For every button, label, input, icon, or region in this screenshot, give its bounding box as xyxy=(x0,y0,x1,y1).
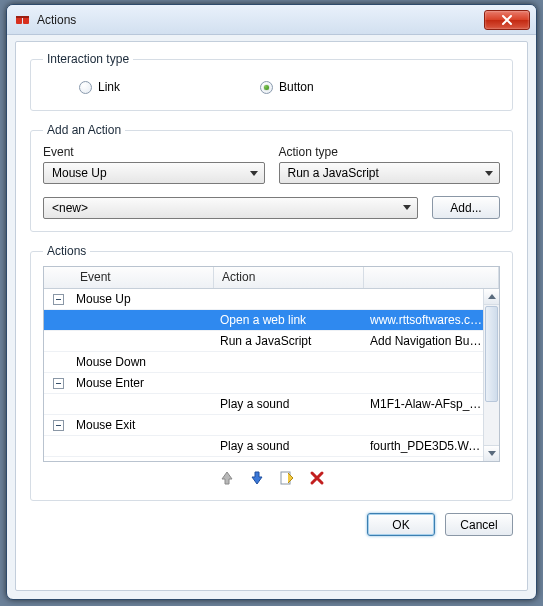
triangle-up-icon xyxy=(488,294,496,299)
table-row[interactable]: Run a JavaScriptAdd Navigation Butto... xyxy=(44,331,483,352)
cell-event: Mouse Enter xyxy=(72,376,214,390)
table-row[interactable]: Play a soundfourth_PDE3D5.WAV xyxy=(44,436,483,457)
titlebar[interactable]: Actions xyxy=(7,5,536,35)
dropdown-preset-value: <new> xyxy=(52,201,88,215)
scroll-track[interactable] xyxy=(484,403,499,445)
header-value[interactable] xyxy=(364,267,499,288)
radio-link-label: Link xyxy=(98,80,120,94)
app-icon xyxy=(15,12,31,28)
ok-button-label: OK xyxy=(392,518,409,532)
label-action-type: Action type xyxy=(279,145,501,159)
chevron-down-icon xyxy=(250,171,258,176)
legend-interaction-type: Interaction type xyxy=(43,52,133,66)
svg-rect-2 xyxy=(16,16,29,18)
edit-button[interactable] xyxy=(279,470,295,486)
cell-action: Play a sound xyxy=(214,397,364,411)
cell-action: Play a sound xyxy=(214,439,364,453)
radio-link[interactable]: Link xyxy=(79,80,120,94)
preset-row: <new> Add... xyxy=(43,196,500,219)
tree-toggle[interactable] xyxy=(44,420,72,431)
collapse-icon xyxy=(53,420,64,431)
radio-indicator xyxy=(79,81,92,94)
table-row[interactable]: Mouse Enter xyxy=(44,373,483,394)
move-down-button[interactable] xyxy=(249,470,265,486)
cell-event: Mouse Up xyxy=(72,292,214,306)
dropdown-event[interactable]: Mouse Up xyxy=(43,162,265,184)
scroll-up-button[interactable] xyxy=(484,289,499,305)
tree-toggle[interactable] xyxy=(44,378,72,389)
delete-button[interactable] xyxy=(309,470,325,486)
grid-header: Event Action xyxy=(44,267,499,289)
radio-button-label: Button xyxy=(279,80,314,94)
table-row[interactable]: Mouse Exit xyxy=(44,415,483,436)
dialog-window: Actions Interaction type Link Button Add… xyxy=(6,4,537,600)
scroll-down-button[interactable] xyxy=(484,445,499,461)
field-row: Event Mouse Up Action type Run a JavaScr… xyxy=(43,145,500,184)
legend-add-action: Add an Action xyxy=(43,123,125,137)
table-row[interactable]: Mouse Up xyxy=(44,289,483,310)
dialog-client: Interaction type Link Button Add an Acti… xyxy=(15,41,528,591)
add-button[interactable]: Add... xyxy=(432,196,500,219)
collapse-icon xyxy=(53,378,64,389)
table-row[interactable]: Open a web linkwww.rttsoftwares.com xyxy=(44,310,483,331)
actions-grid: Event Action Mouse UpOpen a web linkwww.… xyxy=(43,266,500,462)
dropdown-preset[interactable]: <new> xyxy=(43,197,418,219)
ok-button[interactable]: OK xyxy=(367,513,435,536)
cell-value: fourth_PDE3D5.WAV xyxy=(364,439,483,453)
dropdown-event-value: Mouse Up xyxy=(52,166,107,180)
radio-indicator xyxy=(260,81,273,94)
cell-action: Run a JavaScript xyxy=(214,334,364,348)
grid-body: Mouse UpOpen a web linkwww.rttsoftwares.… xyxy=(44,289,483,461)
group-actions: Actions Event Action Mouse UpOpen a web … xyxy=(30,244,513,501)
header-event[interactable]: Event xyxy=(72,267,214,288)
header-action[interactable]: Action xyxy=(214,267,364,288)
cell-value: M1F1-Alaw-AFsp_PDE... xyxy=(364,397,483,411)
cell-value: www.rttsoftwares.com xyxy=(364,313,483,327)
vertical-scrollbar[interactable] xyxy=(483,289,499,461)
cancel-button[interactable]: Cancel xyxy=(445,513,513,536)
radio-button[interactable]: Button xyxy=(260,80,314,94)
add-button-label: Add... xyxy=(450,201,481,215)
group-add-action: Add an Action Event Mouse Up Action type… xyxy=(30,123,513,232)
group-interaction-type: Interaction type Link Button xyxy=(30,52,513,111)
cell-value: Add Navigation Butto... xyxy=(364,334,483,348)
header-tree[interactable] xyxy=(44,267,72,288)
cell-action: Open a web link xyxy=(214,313,364,327)
dropdown-action-type-value: Run a JavaScript xyxy=(288,166,379,180)
field-event: Event Mouse Up xyxy=(43,145,265,184)
tree-toggle[interactable] xyxy=(44,294,72,305)
window-title: Actions xyxy=(37,13,484,27)
table-row[interactable]: Play a soundM1F1-Alaw-AFsp_PDE... xyxy=(44,394,483,415)
close-button[interactable] xyxy=(484,10,530,30)
actions-toolbar xyxy=(43,462,500,488)
label-event: Event xyxy=(43,145,265,159)
table-row[interactable]: Mouse Down xyxy=(44,352,483,373)
collapse-icon xyxy=(53,294,64,305)
chevron-down-icon xyxy=(403,205,411,210)
field-action-type: Action type Run a JavaScript xyxy=(279,145,501,184)
legend-actions: Actions xyxy=(43,244,90,258)
cell-event: Mouse Down xyxy=(72,355,214,369)
triangle-down-icon xyxy=(488,451,496,456)
chevron-down-icon xyxy=(485,171,493,176)
cell-event: Mouse Exit xyxy=(72,418,214,432)
move-up-button[interactable] xyxy=(219,470,235,486)
dropdown-action-type[interactable]: Run a JavaScript xyxy=(279,162,501,184)
scroll-thumb[interactable] xyxy=(485,306,498,402)
cancel-button-label: Cancel xyxy=(460,518,497,532)
radio-row: Link Button xyxy=(43,74,500,98)
dialog-buttons: OK Cancel xyxy=(30,513,513,536)
